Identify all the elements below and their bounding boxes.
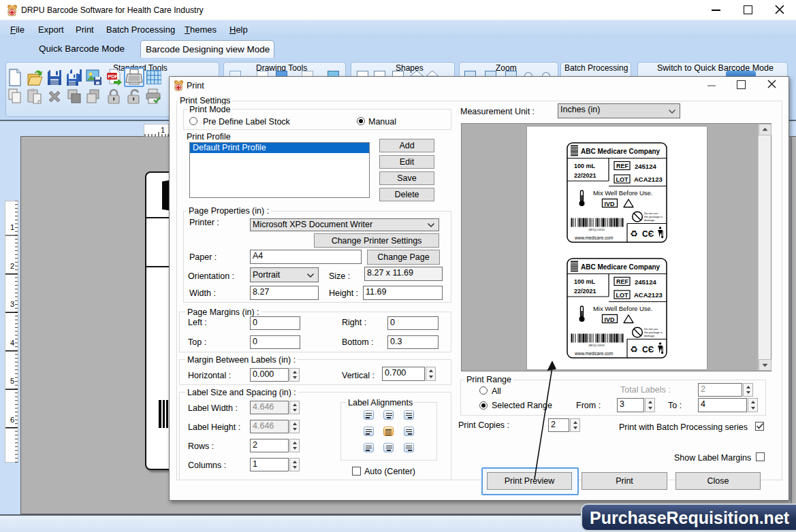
svg-text:4: 4 [10,339,14,347]
svg-text:ABC Medicare Company: ABC Medicare Company [581,263,660,271]
svg-text:100 mL: 100 mL [574,163,596,169]
svg-text:ACA2123: ACA2123 [634,291,663,299]
svg-text:♻: ♻ [630,344,638,354]
svg-text:245124: 245124 [635,278,656,286]
svg-text:REF: REF [616,163,629,169]
svg-text:damage.: damage. [644,334,655,337]
svg-text:IVD: IVD [605,316,616,323]
svg-text:ACA2123: ACA2123 [634,176,663,183]
svg-text:Mix Well Before Use.: Mix Well Before Use. [593,189,652,197]
svg-text:CЄ: CЄ [642,229,654,239]
svg-text:www.medicare.com: www.medicare.com [574,351,613,356]
svg-text:IVD: IVD [605,201,616,207]
svg-text:PDF: PDF [108,73,118,80]
svg-text:245124: 245124 [635,163,656,170]
svg-text:ABC Medicare Company: ABC Medicare Company [581,148,660,155]
svg-text:REF: REF [616,278,629,285]
svg-text:6: 6 [10,416,14,424]
svg-text:(MOQ) 10203: (MOQ) 10203 [588,344,604,347]
svg-text:(MOQ) 10203: (MOQ) 10203 [588,229,604,231]
svg-text:5: 5 [10,377,14,385]
svg-text:100 mL: 100 mL [574,278,596,285]
svg-text:♻: ♻ [630,229,638,239]
svg-text:2: 2 [10,262,14,270]
svg-text:Mix Well Before Use.: Mix Well Before Use. [593,305,652,312]
svg-text:1: 1 [161,126,165,134]
svg-text:22/2021: 22/2021 [574,172,596,179]
svg-text:damage.: damage. [644,218,655,222]
svg-text:CЄ: CЄ [642,345,654,354]
svg-text:LOT: LOT [616,176,628,183]
svg-text:1: 1 [10,223,14,231]
svg-text:www.medicare.com: www.medicare.com [574,235,613,240]
svg-text:22/2021: 22/2021 [574,288,596,295]
svg-text:3: 3 [10,300,14,308]
svg-text:LOT: LOT [616,292,628,299]
